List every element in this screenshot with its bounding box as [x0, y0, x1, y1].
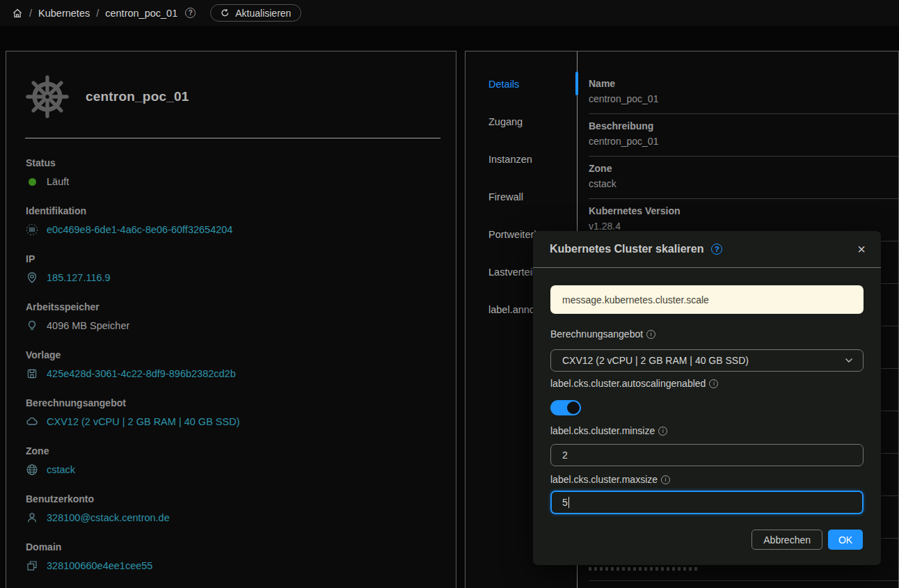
globe-icon	[26, 463, 38, 476]
location-pin-icon	[26, 271, 38, 284]
divider	[589, 580, 898, 581]
divider	[589, 113, 898, 114]
scale-message-alert: message.kubernetes.cluster.scale	[550, 285, 864, 314]
detail-row-name: Name centron_poc_01	[589, 78, 884, 104]
ip-link[interactable]: 185.127.116.9	[47, 272, 111, 283]
maxsize-input[interactable]: 5	[550, 491, 864, 514]
info-icon[interactable]: i	[709, 379, 718, 388]
clipped-row-text	[589, 567, 700, 571]
modal-actions: Abbrechen OK	[751, 530, 863, 550]
tab-instanzen[interactable]: Instanzen	[466, 154, 577, 191]
modal-header: Kubernetes Cluster skalieren ? ×	[533, 231, 881, 268]
detail-row-kubernetes-version: Kubernetes Version v1.28.4	[589, 205, 884, 232]
minsize-input[interactable]: 2	[550, 444, 864, 466]
divider	[589, 156, 898, 157]
cloud-icon	[26, 415, 38, 428]
cluster-summary-card: centron_poc_01 Status Läuft Identifikati…	[6, 51, 456, 588]
info-icon[interactable]: i	[658, 427, 667, 436]
close-icon[interactable]: ×	[857, 242, 866, 256]
cluster-attributes: Status Läuft Identifikation e0c469e8-6de…	[26, 157, 435, 573]
breadcrumb-separator: /	[96, 8, 99, 19]
topbar: / Kubernetes / centron_poc_01 ? Aktualis…	[0, 0, 899, 26]
identification-link[interactable]: e0c469e8-6de1-4a6c-8e06-60ff32654204	[47, 224, 232, 235]
section-identification: Identifikation e0c469e8-6de1-4a6c-8e06-6…	[26, 205, 435, 237]
cluster-header: centron_poc_01	[26, 75, 189, 118]
refresh-button[interactable]: Aktualisieren	[210, 4, 301, 22]
breadcrumb-separator: /	[29, 8, 32, 19]
refresh-icon	[221, 8, 230, 17]
scale-cluster-modal: Kubernetes Cluster skalieren ? × message…	[533, 231, 881, 565]
lightbulb-icon	[26, 319, 38, 332]
domain-link[interactable]: 328100660e4ee1cee55	[47, 560, 152, 571]
section-ip: IP 185.127.116.9	[26, 253, 435, 285]
autoscaling-toggle[interactable]	[550, 400, 581, 415]
memory-value: 4096 MB Speicher	[47, 320, 129, 331]
overlapping-squares-icon	[26, 559, 38, 572]
home-icon[interactable]	[12, 8, 23, 19]
tab-zugang[interactable]: Zugang	[466, 116, 577, 154]
cancel-button[interactable]: Abbrechen	[751, 530, 822, 550]
section-memory: Arbeitsspeicher 4096 MB Speicher	[26, 301, 435, 333]
tab-details[interactable]: Details	[466, 79, 577, 116]
section-zone: Zone cstack	[26, 445, 435, 477]
section-account: Benutzerkonto 328100@cstack.centron.de	[26, 493, 435, 525]
floppy-disk-icon	[26, 367, 38, 380]
section-status: Status Läuft	[26, 157, 435, 189]
divider	[589, 198, 898, 199]
zone-link[interactable]: cstack	[47, 464, 75, 475]
cluster-title: centron_poc_01	[86, 89, 189, 104]
maxsize-label: label.cks.cluster.maxsize i	[550, 474, 670, 485]
section-template: Vorlage 425e428d-3061-4c22-8df9-896b2382…	[26, 349, 435, 381]
autoscaling-label: label.cks.cluster.autoscalingenabled i	[550, 378, 718, 389]
ok-button[interactable]: OK	[828, 530, 863, 550]
text-cursor	[568, 497, 570, 508]
compute-offering-label: Berechnungsangebot i	[550, 328, 655, 340]
breadcrumb-kubernetes[interactable]: Kubernetes	[38, 8, 90, 19]
compute-offering-select[interactable]: CXV12 (2 vCPU | 2 GB RAM | 40 GB SSD)	[550, 349, 864, 372]
section-compute-offering: Berechnungsangebot CXV12 (2 vCPU | 2 GB …	[26, 397, 435, 429]
section-domain: Domain 328100660e4ee1cee55	[26, 541, 435, 573]
detail-row-description: Beschreibung centron_poc_01	[589, 120, 884, 147]
barcode-icon	[26, 223, 38, 236]
toggle-knob	[567, 402, 580, 414]
template-link[interactable]: 425e428d-3061-4c22-8df9-896b2382cd2b	[47, 368, 236, 379]
info-icon[interactable]: i	[646, 330, 655, 339]
chevron-down-icon	[845, 358, 853, 363]
help-circle-icon[interactable]: ?	[185, 8, 196, 18]
tab-firewall[interactable]: Firewall	[466, 191, 577, 229]
modal-title: Kubernetes Cluster skalieren	[550, 243, 703, 255]
person-icon	[26, 511, 38, 524]
kubernetes-wheel-icon	[26, 75, 69, 118]
compute-offering-link[interactable]: CXV12 (2 vCPU | 2 GB RAM | 40 GB SSD)	[47, 416, 239, 427]
status-dot	[26, 175, 38, 188]
help-circle-icon[interactable]: ?	[711, 244, 722, 255]
breadcrumb-cluster-name[interactable]: centron_poc_01	[105, 8, 177, 19]
minsize-label: label.cks.cluster.minsize i	[550, 425, 667, 436]
info-icon[interactable]: i	[661, 475, 670, 484]
detail-row-zone: Zone cstack	[589, 163, 884, 189]
refresh-label: Aktualisieren	[235, 8, 291, 19]
account-link[interactable]: 328100@cstack.centron.de	[47, 512, 170, 523]
divider	[25, 138, 440, 138]
status-value: Läuft	[47, 176, 69, 187]
